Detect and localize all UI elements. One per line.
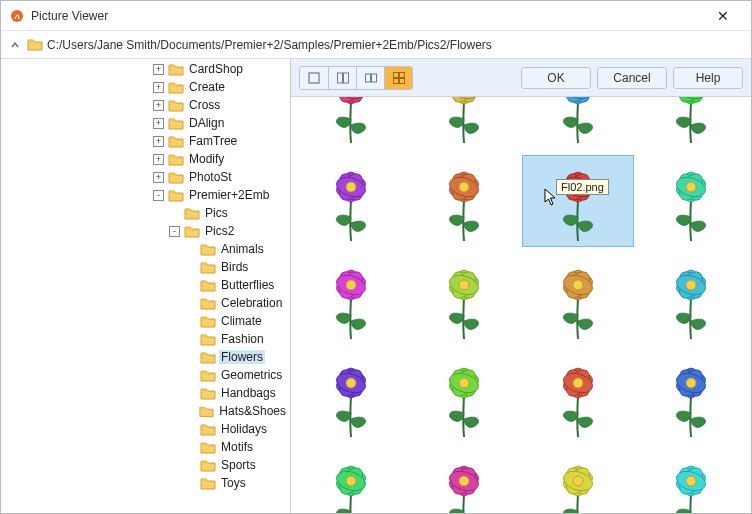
ok-button[interactable]: OK — [521, 67, 591, 89]
svg-point-45 — [459, 182, 469, 192]
tree-item[interactable]: Fashion — [1, 330, 288, 348]
thumbnail-area[interactable]: Fl02.png — [291, 97, 751, 513]
thumbnail[interactable] — [636, 253, 748, 345]
view-list-button[interactable] — [356, 67, 384, 89]
view-large-button[interactable] — [300, 67, 328, 89]
thumbnail[interactable] — [522, 351, 634, 443]
thumbnail[interactable] — [409, 351, 521, 443]
expander-spacer — [185, 370, 196, 381]
tree-item[interactable]: Birds — [1, 258, 288, 276]
tree-item-label: Create — [187, 80, 227, 94]
expander-spacer — [185, 352, 196, 363]
cancel-button[interactable]: Cancel — [597, 67, 667, 89]
svg-rect-6 — [393, 72, 398, 77]
view-tiles-button[interactable] — [328, 67, 356, 89]
view-grid-button[interactable] — [384, 67, 412, 89]
expander-spacer — [185, 442, 196, 453]
tree-item[interactable]: Geometrics — [1, 366, 288, 384]
thumbnail[interactable] — [409, 253, 521, 345]
thumbnail[interactable] — [522, 449, 634, 513]
expand-icon[interactable]: + — [153, 154, 164, 165]
collapse-icon[interactable]: - — [169, 226, 180, 237]
expander-spacer — [185, 478, 196, 489]
thumbnail[interactable] — [636, 97, 748, 149]
expander-spacer — [185, 280, 196, 291]
thumbnail[interactable] — [522, 155, 634, 247]
tree-item-label: Flowers — [219, 350, 265, 364]
expand-icon[interactable]: + — [153, 82, 164, 93]
expander-spacer — [185, 244, 196, 255]
path-up-button[interactable] — [7, 35, 23, 55]
tree-item[interactable]: +Modify — [1, 150, 288, 168]
tree-item[interactable]: +DAlign — [1, 114, 288, 132]
svg-rect-5 — [371, 74, 376, 82]
thumbnail[interactable] — [295, 253, 407, 345]
expander-spacer — [185, 316, 196, 327]
tree-item[interactable]: +CardShop — [1, 60, 288, 78]
tree-item-label: Climate — [219, 314, 264, 328]
tree-item-label: Holidays — [219, 422, 269, 436]
thumbnail[interactable] — [409, 155, 521, 247]
svg-rect-1 — [309, 73, 319, 83]
tree-item[interactable]: Holidays — [1, 420, 288, 438]
tree-item-label: Geometrics — [219, 368, 284, 382]
thumbnail[interactable] — [295, 97, 407, 149]
svg-rect-2 — [337, 73, 342, 83]
tree-item[interactable]: Pics — [1, 204, 288, 222]
picture-viewer-window: Picture Viewer ✕ C:/Users/Jane Smith/Doc… — [0, 0, 752, 514]
titlebar: Picture Viewer ✕ — [1, 1, 751, 31]
tree-item[interactable]: Handbags — [1, 384, 288, 402]
tree-item-label: Butterflies — [219, 278, 276, 292]
tree-item[interactable]: Hats&Shoes — [1, 402, 288, 420]
svg-point-93 — [459, 378, 469, 388]
tree-item[interactable]: Butterflies — [1, 276, 288, 294]
tree-item[interactable]: +PhotoSt — [1, 168, 288, 186]
tree-item[interactable]: Climate — [1, 312, 288, 330]
thumbnail[interactable] — [295, 351, 407, 443]
svg-point-99 — [573, 378, 583, 388]
thumbnail[interactable] — [409, 97, 521, 149]
tree-item[interactable]: Sports — [1, 456, 288, 474]
tree-item-label: DAlign — [187, 116, 226, 130]
thumbnail[interactable] — [636, 351, 748, 443]
expand-icon[interactable]: + — [153, 64, 164, 75]
tree-item[interactable]: +Cross — [1, 96, 288, 114]
svg-rect-9 — [399, 78, 404, 83]
tree-item[interactable]: Animals — [1, 240, 288, 258]
thumbnail[interactable] — [295, 155, 407, 247]
tree-item[interactable]: +Create — [1, 78, 288, 96]
close-button[interactable]: ✕ — [703, 2, 743, 30]
tree-item-label: Animals — [219, 242, 266, 256]
expand-icon[interactable]: + — [153, 136, 164, 147]
help-button[interactable]: Help — [673, 67, 743, 89]
folder-tree[interactable]: +CardShop+Create+Cross+DAlign+FamTree+Mo… — [1, 59, 290, 496]
tree-item-label: Motifs — [219, 440, 255, 454]
thumbnail[interactable] — [409, 449, 521, 513]
expander-spacer — [169, 208, 180, 219]
expander-spacer — [185, 334, 196, 345]
expand-icon[interactable]: + — [153, 100, 164, 111]
svg-point-69 — [459, 280, 469, 290]
tree-item[interactable]: -Premier+2Emb — [1, 186, 288, 204]
tree-item-label: Fashion — [219, 332, 266, 346]
tree-horizontal-scrollbar[interactable] — [1, 496, 290, 513]
svg-point-57 — [686, 182, 696, 192]
thumbnail[interactable] — [636, 155, 748, 247]
expand-icon[interactable]: + — [153, 172, 164, 183]
tree-item[interactable]: Flowers — [1, 348, 288, 366]
tree-item[interactable]: Toys — [1, 474, 288, 492]
tree-item[interactable]: Celebration — [1, 294, 288, 312]
expand-icon[interactable]: + — [153, 118, 164, 129]
tree-item[interactable]: Motifs — [1, 438, 288, 456]
svg-rect-8 — [393, 78, 398, 83]
tree-item[interactable]: +FamTree — [1, 132, 288, 150]
thumbnail[interactable] — [522, 253, 634, 345]
tree-item[interactable]: -Pics2 — [1, 222, 288, 240]
collapse-icon[interactable]: - — [153, 190, 164, 201]
thumbnail[interactable] — [295, 449, 407, 513]
svg-rect-3 — [343, 73, 348, 83]
view-mode-group — [299, 66, 413, 90]
tree-item-label: Pics2 — [203, 224, 236, 238]
thumbnail[interactable] — [522, 97, 634, 149]
thumbnail[interactable] — [636, 449, 748, 513]
